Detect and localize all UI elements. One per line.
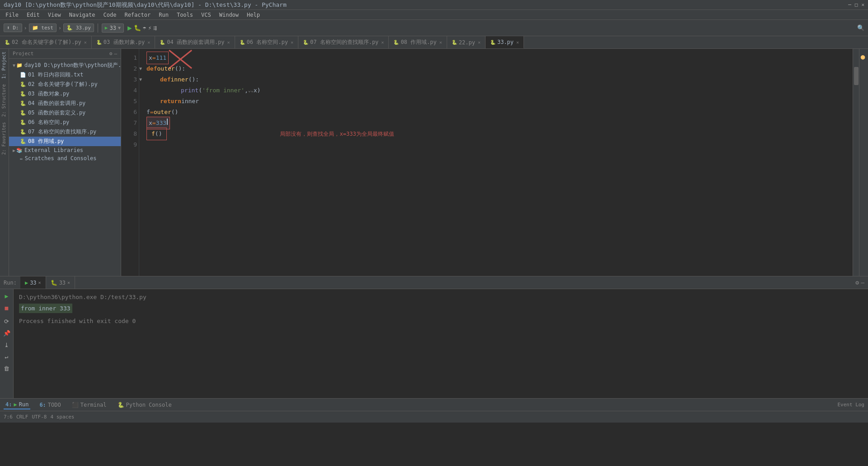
search-area: 🔍 <box>857 24 864 31</box>
bottom-tab-terminal[interactable]: ⬛ Terminal <box>70 401 108 409</box>
tree-txt-01[interactable]: 📄 01 昨日内容回顾.txt <box>9 70 121 80</box>
code-var-x-print: x <box>254 85 257 96</box>
tree-day10-root[interactable]: ▼ 📁 day10 D:\python数学\python脱产... <box>9 61 121 70</box>
vert-tab-favorites[interactable]: 2: Favorites <box>0 119 9 157</box>
tab-03[interactable]: 🐍 03 函数对象.py ✕ <box>92 36 155 48</box>
tab-07[interactable]: 🐍 07 名称空间的查找顺序.py ✕ <box>298 36 389 48</box>
run-wrap-btn[interactable]: ↵ <box>2 352 12 361</box>
code-paren-f-call: () <box>155 130 162 137</box>
run-tab-33-first[interactable]: ▶ 33 ✕ <box>20 276 46 289</box>
run-coverage-button[interactable]: ☂ <box>143 24 146 31</box>
toolbar-drive[interactable]: ⬆ D: <box>4 24 22 32</box>
run-tab-33-second[interactable]: 🐛 33 ✕ <box>46 276 75 289</box>
right-tab-notifications[interactable]: ● <box>859 49 868 65</box>
tree-py-06[interactable]: 🐍 06 名称空间.py <box>9 118 121 127</box>
scrollbar-thumb[interactable] <box>854 67 859 85</box>
project-collapse-icon[interactable]: — <box>114 51 117 57</box>
debug-button[interactable]: 🐛 <box>134 24 141 31</box>
status-encoding[interactable]: UTF-8 <box>32 414 47 420</box>
bottom-tab-run[interactable]: 4: ▶ Run <box>4 400 30 409</box>
status-indent[interactable]: 4 spaces <box>51 414 75 420</box>
run-scroll-end-btn[interactable]: ⤓ <box>2 340 12 350</box>
toolbar-file[interactable]: 🐍 33.py <box>63 24 94 32</box>
tree-ext-libs[interactable]: ▶ 📚 External Libraries <box>9 146 121 154</box>
tab-07-close[interactable]: ✕ <box>381 40 384 45</box>
vert-tab-project[interactable]: 1: Project <box>0 49 9 81</box>
tab-02[interactable]: 🐍 02 命名关键字参(了解).py ✕ <box>0 36 92 48</box>
run-config-selector[interactable]: ▶ 33 ▼ <box>102 24 124 33</box>
menu-navigate[interactable]: Navigate <box>66 11 99 19</box>
run-output: D:\python36\python.exe D:/test/33.py fro… <box>14 289 868 398</box>
vertical-scrollbar[interactable] <box>853 49 859 276</box>
run-label-static: Run: <box>0 276 20 289</box>
run-rerun-btn[interactable]: ▶ <box>2 291 12 301</box>
tab-07-icon: 🐍 <box>303 40 308 45</box>
tab-08[interactable]: 🐍 08 作用域.py ✕ <box>389 36 447 48</box>
tree-py-04[interactable]: 🐍 04 函数的嵌套调用.py <box>9 99 121 108</box>
menu-code[interactable]: Code <box>100 11 120 19</box>
tab-33[interactable]: 🐍 33.py ✕ <box>486 36 524 48</box>
fold-arrow-2[interactable]: ▼ <box>139 63 142 74</box>
code-builtin-print: print <box>181 85 198 96</box>
event-log-link[interactable]: Event Log <box>837 402 864 408</box>
run-settings-icon[interactable]: ⚙ <box>855 279 859 286</box>
menu-vcs[interactable]: VCS <box>198 11 215 19</box>
project-title: Project <box>13 51 33 57</box>
tree-day10-label: day10 D:\python数学\python脱产... <box>24 62 121 69</box>
tree-py-05[interactable]: 🐍 05 函数的嵌套定义.py <box>9 108 121 118</box>
tree-py-03[interactable]: 🐍 03 函数对象.py <box>9 89 121 99</box>
menu-refactor[interactable]: Refactor <box>121 11 154 19</box>
menu-file[interactable]: File <box>2 11 22 19</box>
run-stop-btn[interactable]: ■ <box>2 303 12 313</box>
status-line-ending[interactable]: CRLF <box>16 414 28 420</box>
menu-edit[interactable]: Edit <box>23 11 43 19</box>
tab-06-close[interactable]: ✕ <box>291 40 293 45</box>
menu-run[interactable]: Run <box>155 11 172 19</box>
concurrency-button[interactable]: ⇶ <box>153 24 157 31</box>
window-title: day10 [D:\python数学\python脱产10期视频\day10\代… <box>4 1 287 9</box>
tab-22-close[interactable]: ✕ <box>478 40 481 45</box>
tab-02-close[interactable]: ✕ <box>84 40 87 45</box>
tab-06[interactable]: 🐍 06 名称空间.py ✕ <box>235 36 298 48</box>
run-clear-btn[interactable]: 🗑 <box>2 363 12 373</box>
fold-arrow-3[interactable]: ▼ <box>139 74 142 85</box>
line-num-6: 6 <box>123 107 137 118</box>
tab-08-icon: 🐍 <box>393 40 399 45</box>
vert-tab-structure[interactable]: 2: Structure <box>0 81 9 119</box>
tab-22-icon: 🐍 <box>452 40 457 45</box>
tree-scratches[interactable]: ✏ Scratches and Consoles <box>9 154 121 162</box>
tab-03-close[interactable]: ✕ <box>147 40 150 45</box>
tab-04[interactable]: 🐍 04 函数的嵌套调用.py ✕ <box>155 36 235 48</box>
tab-04-close[interactable]: ✕ <box>227 40 230 45</box>
tree-py-07[interactable]: 🐍 07 名称空间的查找顺序.py <box>9 127 121 137</box>
maximize-btn[interactable]: □ <box>855 2 858 8</box>
minimize-btn[interactable]: ─ <box>848 2 851 8</box>
tree-py-02[interactable]: 🐍 02 命名关键字参(了解).py <box>9 80 121 89</box>
toolbar-project[interactable]: 📁 test <box>29 24 57 32</box>
tab-02-icon: 🐍 <box>5 40 10 45</box>
bottom-tab-python-console[interactable]: 🐍 Python Console <box>116 401 174 409</box>
tree-py-label-02: 02 命名关键字参(了解).py <box>28 81 98 88</box>
profile-button[interactable]: ⚡ <box>148 24 151 31</box>
code-lines[interactable]: x=111 ▼ def outer(): ▼ <box>139 49 859 276</box>
run-button[interactable]: ▶ <box>127 24 132 32</box>
menu-help[interactable]: Help <box>243 11 264 19</box>
tab-08-close[interactable]: ✕ <box>439 40 442 45</box>
menu-tools[interactable]: Tools <box>173 11 197 19</box>
code-space-indicator: ⌄⌄ <box>248 85 254 96</box>
project-settings-icon[interactable]: ⚙ <box>109 51 113 57</box>
tree-py-icon-06: 🐍 <box>20 119 26 125</box>
close-btn[interactable]: ✕ <box>861 2 864 8</box>
tab-33-close[interactable]: ✕ <box>516 40 519 45</box>
run-tab-33-first-close[interactable]: ✕ <box>38 280 41 285</box>
tab-22[interactable]: 🐍 22.py ✕ <box>447 36 486 48</box>
bottom-tab-todo[interactable]: 6: TODO <box>38 401 62 409</box>
tree-py-08[interactable]: 🐍 08 作用域.py <box>9 137 121 146</box>
run-rerun-tests-btn[interactable]: ⟳ <box>2 316 12 326</box>
menu-view[interactable]: View <box>44 11 65 19</box>
run-pin-btn[interactable]: 📌 <box>2 328 12 338</box>
line-numbers: 1 2 3 4 5 6 7 8 9 <box>121 49 139 276</box>
run-tab-33-second-close[interactable]: ✕ <box>67 280 70 285</box>
menu-window[interactable]: Window <box>216 11 242 19</box>
run-minimize-icon[interactable]: — <box>861 279 864 286</box>
